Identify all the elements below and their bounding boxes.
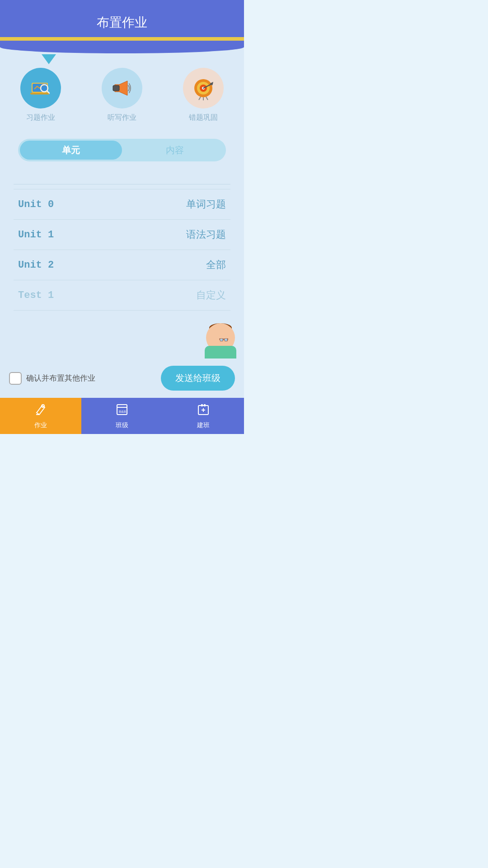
bottom-nav: 作业 B&B 班级 建班 bbox=[0, 398, 244, 434]
nav-class[interactable]: B&B 班级 bbox=[81, 398, 163, 434]
nav-homework-label: 作业 bbox=[34, 421, 47, 429]
svg-rect-25 bbox=[204, 404, 206, 406]
class-nav-icon: B&B bbox=[115, 403, 129, 420]
unit-name: Unit 1 bbox=[18, 229, 54, 241]
icon-section: 习题作业 听写作业 bbox=[0, 45, 244, 132]
list-row[interactable]: Unit 1 语法习题 bbox=[14, 220, 230, 250]
unit-content: 自定义 bbox=[196, 288, 226, 302]
unit-name: Test 1 bbox=[18, 290, 54, 301]
unit-content: 语法习题 bbox=[186, 228, 226, 241]
active-indicator bbox=[42, 54, 56, 64]
tab-content[interactable]: 内容 bbox=[124, 139, 226, 161]
mistakes-item[interactable]: 错题巩固 bbox=[183, 68, 224, 123]
bottom-action-bar: 确认并布置其他作业 发送给班级 bbox=[0, 359, 244, 398]
tab-bar: 单元 内容 bbox=[18, 139, 226, 161]
exercises-icon bbox=[20, 68, 61, 108]
spacer bbox=[0, 166, 244, 184]
list-row[interactable]: Test 1 自定义 bbox=[14, 280, 230, 311]
svg-rect-6 bbox=[113, 85, 119, 91]
character-illustration: 👓 bbox=[199, 323, 239, 364]
header: 布置作业 bbox=[0, 0, 244, 45]
mistakes-label: 错题巩固 bbox=[189, 113, 218, 123]
mistakes-icon bbox=[183, 68, 224, 108]
tab-unit[interactable]: 单元 bbox=[20, 141, 122, 160]
nav-homework[interactable]: 作业 bbox=[0, 398, 81, 434]
svg-rect-24 bbox=[201, 404, 203, 406]
tab-bar-wrapper: 单元 内容 bbox=[0, 132, 244, 166]
dictation-icon bbox=[102, 68, 142, 108]
confirm-checkbox[interactable] bbox=[9, 372, 22, 385]
exercises-label: 习题作业 bbox=[26, 113, 55, 123]
page-title: 布置作业 bbox=[97, 14, 147, 31]
nav-class-label: 班级 bbox=[116, 421, 128, 429]
unit-content: 单词习题 bbox=[186, 198, 226, 211]
app-container: 布置作业 习题作业 bbox=[0, 0, 244, 434]
svg-line-13 bbox=[199, 97, 201, 100]
unit-table: Unit 0 单词习题 Unit 1 语法习题 Unit 2 全部 Test 1… bbox=[14, 189, 230, 311]
homework-nav-icon bbox=[34, 403, 47, 420]
svg-line-15 bbox=[206, 97, 208, 100]
char-glasses: 👓 bbox=[219, 335, 229, 345]
send-to-class-button[interactable]: 发送给班级 bbox=[161, 366, 235, 391]
header-blue-bottom bbox=[0, 41, 244, 53]
list-row[interactable]: Unit 0 单词习题 bbox=[14, 189, 230, 220]
confirm-checkbox-label[interactable]: 确认并布置其他作业 bbox=[9, 372, 95, 385]
unit-name: Unit 2 bbox=[18, 259, 54, 271]
dictation-label: 听写作业 bbox=[108, 113, 136, 123]
nav-create-label: 建班 bbox=[197, 421, 210, 429]
svg-text:B&B: B&B bbox=[119, 410, 126, 414]
unit-name: Unit 0 bbox=[18, 199, 54, 210]
homework-exercises-item[interactable]: 习题作业 bbox=[20, 68, 61, 123]
svg-rect-2 bbox=[30, 93, 49, 94]
create-nav-icon bbox=[197, 403, 210, 420]
list-row[interactable]: Unit 2 全部 bbox=[14, 250, 230, 280]
dictation-item[interactable]: 听写作业 bbox=[102, 68, 142, 123]
nav-create[interactable]: 建班 bbox=[163, 398, 244, 434]
top-separator bbox=[14, 184, 230, 184]
unit-content: 全部 bbox=[206, 258, 226, 272]
